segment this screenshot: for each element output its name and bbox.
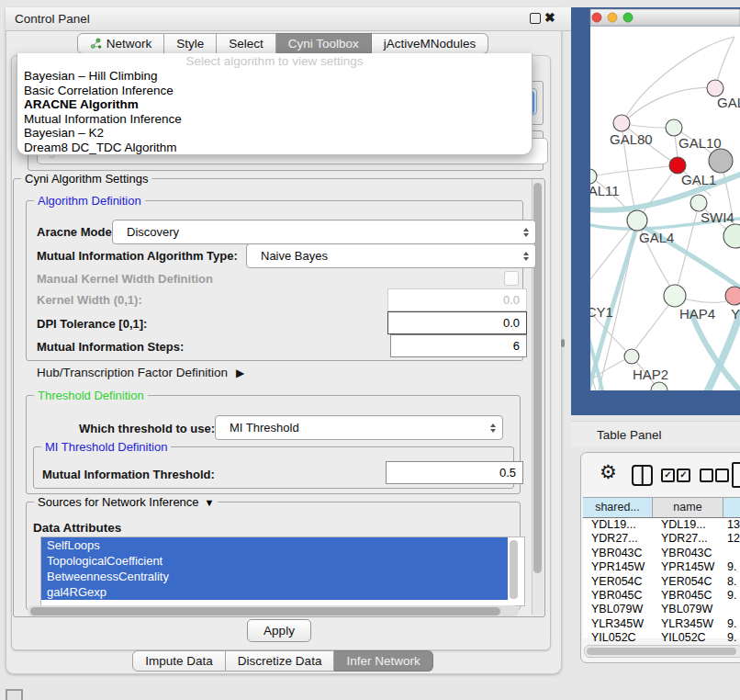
tab-discretize-data[interactable]: Discretize Data: [226, 650, 335, 672]
mi-type-value: Naive Bayes: [261, 249, 328, 263]
table-cell[interactable]: YDL19...: [653, 518, 723, 532]
float-window-icon[interactable]: [530, 13, 541, 24]
table-cell[interactable]: YBR043C: [653, 547, 723, 560]
close-traffic-icon[interactable]: [592, 13, 601, 22]
tab-select[interactable]: Select: [217, 33, 276, 54]
network-view-window[interactable]: GALGAL80GAL10GAL1GAL11SWI4GAL4GCY1HAP4YH…: [571, 7, 740, 415]
split-columns-icon[interactable]: [632, 465, 653, 486]
attribute-item-betweennesscentrality[interactable]: BetweennessCentrality: [41, 569, 508, 584]
hub-definition-label: Hub/Transcription Factor Definition: [37, 366, 228, 379]
table-cell[interactable]: [723, 547, 740, 560]
new-table-icon[interactable]: [732, 462, 740, 488]
network-node-gal80[interactable]: [613, 115, 630, 131]
table-cell[interactable]: YLR345W: [583, 617, 653, 631]
column-header-name[interactable]: name: [653, 497, 723, 518]
table-cell[interactable]: 13: [723, 518, 740, 532]
table-cell[interactable]: YIL052C: [583, 631, 653, 645]
table-cell[interactable]: YBR045C: [583, 589, 653, 603]
table-cell[interactable]: YDR27...: [583, 532, 653, 546]
mi-threshold-field[interactable]: 0.5: [386, 461, 523, 484]
algorithm-option-bayesian-hill-climbing[interactable]: Bayesian – Hill Climbing: [17, 69, 532, 84]
panel-splitter-handle[interactable]: [561, 339, 565, 347]
table-cell[interactable]: YBR045C: [653, 589, 723, 603]
attribute-item-topologicalcoefficient[interactable]: TopologicalCoefficient: [41, 553, 508, 569]
combo-stepper-icon: [523, 252, 529, 261]
column-header-a[interactable]: A: [723, 497, 740, 518]
mi-steps-value: 6: [513, 339, 520, 353]
table-cell[interactable]: 9.: [723, 560, 740, 574]
expand-arrow-icon[interactable]: ▶: [236, 367, 244, 379]
apply-button[interactable]: Apply: [247, 619, 311, 642]
table-cell[interactable]: YPR145W: [583, 560, 653, 574]
table-cell[interactable]: 9.: [723, 631, 740, 645]
attribute-item-selfloops[interactable]: SelfLoops: [41, 537, 508, 553]
deselect-all-checkboxes-icon[interactable]: [715, 469, 729, 482]
aracne-mode-combo[interactable]: Discovery: [112, 220, 536, 244]
table-cell[interactable]: YDL19...: [583, 518, 653, 532]
table-panel: ⚙ ✓ ✓ shared...nameAYDL19...YDL19...13YD…: [580, 452, 740, 663]
tab-impute-data[interactable]: Impute Data: [132, 650, 226, 672]
data-attributes-list[interactable]: SelfLoopsTopologicalCoefficientBetweenne…: [40, 536, 525, 606]
network-node-gal4[interactable]: [627, 210, 647, 231]
tab-cyni-toolbox[interactable]: Cyni Toolbox: [276, 33, 372, 54]
table-cell[interactable]: YDR27...: [653, 532, 723, 546]
table-cell[interactable]: YBL079W: [583, 603, 653, 616]
tab-network[interactable]: Network: [77, 33, 165, 54]
gear-icon[interactable]: ⚙: [600, 462, 617, 482]
table-cell[interactable]: YPR145W: [653, 560, 723, 574]
table-cell[interactable]: [723, 603, 740, 616]
algorithm-option-bayesian-k2[interactable]: Bayesian – K2: [17, 126, 532, 141]
table-cell[interactable]: YER054C: [653, 575, 723, 589]
network-node-hap2[interactable]: [624, 349, 639, 364]
node-label-gal1: GAL1: [681, 172, 716, 187]
control-panel-bottom-tabs: Impute DataDiscretize DataInfer Network: [6, 650, 560, 671]
list-scrollbar-thumb[interactable]: [510, 540, 518, 599]
algorithm-option-aracne-algorithm[interactable]: ARACNE Algorithm: [17, 97, 532, 112]
deselect-all-checkboxes-icon[interactable]: [700, 469, 713, 482]
column-header-shared[interactable]: shared...: [583, 497, 653, 518]
table-scrollbar-thumb[interactable]: [587, 648, 736, 655]
which-threshold-combo[interactable]: MI Threshold: [215, 415, 503, 440]
mi-steps-field[interactable]: 6: [390, 334, 527, 357]
minimize-traffic-icon[interactable]: [608, 13, 617, 22]
table-scrollbar-track[interactable]: [584, 645, 740, 658]
table-cell[interactable]: YIL052C: [653, 631, 723, 645]
algorithm-option-dream8-dc-tdc-algorithm[interactable]: Dream8 DC_TDC Algorithm: [17, 141, 532, 155]
tab-infer-network[interactable]: Infer Network: [334, 650, 432, 672]
close-panel-icon[interactable]: ✖: [544, 13, 555, 22]
network-node-unlabeled[interactable]: [709, 149, 733, 173]
table-cell[interactable]: YBL079W: [653, 603, 723, 616]
collapsed-panel-icon[interactable]: [6, 689, 23, 700]
attribute-item-gal4rgexp[interactable]: gal4RGexp: [41, 584, 508, 600]
network-node-hap4[interactable]: [664, 285, 686, 307]
select-all-checkboxes-icon[interactable]: ✓: [661, 469, 675, 482]
mi-type-combo[interactable]: Naive Bayes: [246, 243, 536, 268]
table-cell[interactable]: 9.: [723, 589, 740, 603]
zoom-traffic-icon[interactable]: [623, 13, 633, 22]
select-all-checkboxes-icon[interactable]: ✓: [677, 469, 690, 482]
algorithm-dropdown-popup: Select algorithm to view settings Bayesi…: [17, 53, 533, 155]
network-node-gal10[interactable]: [666, 119, 682, 136]
tab-jactivemnodules[interactable]: jActiveMNodules: [372, 33, 489, 54]
table-cell[interactable]: YBR043C: [583, 547, 653, 560]
table-panel-title: Table Panel: [597, 428, 662, 442]
hub-definition-toggle[interactable]: Hub/Transcription Factor Definition ▶: [37, 366, 244, 379]
dpi-tolerance-field[interactable]: 0.0: [387, 311, 527, 334]
tab-style[interactable]: Style: [164, 33, 217, 54]
mi-steps-label: Mutual Information Steps:: [37, 340, 184, 354]
sources-group-header[interactable]: Sources for Network Inference ▼: [34, 495, 218, 509]
table-cell[interactable]: YLR345W: [653, 617, 723, 631]
table-cell[interactable]: YER054C: [583, 575, 653, 589]
kernel-width-field: 0.0: [387, 288, 527, 311]
mi-type-label: Mutual Information Algorithm Type:: [37, 249, 238, 263]
table-cell[interactable]: 9.: [723, 617, 740, 631]
table-cell[interactable]: 12: [723, 532, 740, 546]
horizontal-scrollbar-thumb[interactable]: [30, 607, 500, 615]
collapse-arrow-icon[interactable]: ▼: [205, 497, 215, 508]
network-node-y[interactable]: [725, 287, 740, 305]
mi-threshold-label: Mutual Information Threshold:: [42, 468, 215, 481]
table-cell[interactable]: 8.: [723, 575, 740, 589]
settings-group-title: Cyni Algorithm Settings: [21, 172, 151, 186]
algorithm-option-basic-correlation-inference[interactable]: Basic Correlation Inference: [17, 84, 532, 98]
algorithm-option-mutual-information-inference[interactable]: Mutual Information Inference: [17, 112, 532, 127]
